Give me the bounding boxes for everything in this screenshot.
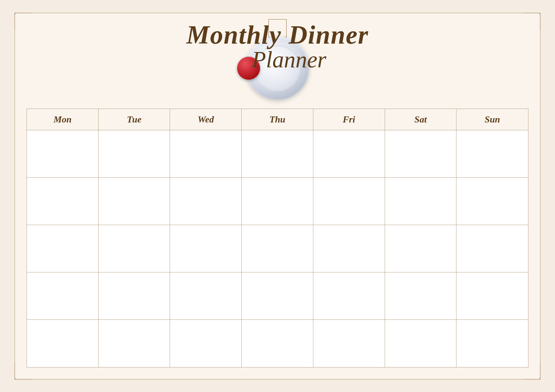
calendar-header: Mon Tue Wed Thu Fri Sat Sun: [27, 109, 528, 130]
calendar-cell[interactable]: [99, 130, 170, 178]
calendar-cell[interactable]: [313, 130, 385, 178]
calendar-cell[interactable]: [456, 272, 528, 320]
calendar-cell[interactable]: [456, 225, 528, 272]
calendar-cell[interactable]: [313, 178, 385, 225]
calendar-cell[interactable]: [27, 272, 99, 320]
calendar-cell[interactable]: [170, 130, 242, 178]
day-header-fri: Fri: [313, 109, 385, 130]
calendar-cell[interactable]: [27, 225, 99, 272]
calendar-cell[interactable]: [242, 225, 313, 272]
calendar-cell[interactable]: [385, 272, 457, 320]
calendar-cell[interactable]: [242, 320, 313, 367]
calendar-cell[interactable]: [242, 178, 313, 225]
title-sub: Planner: [210, 48, 369, 71]
day-header-wed: Wed: [170, 109, 242, 130]
calendar-cell[interactable]: [170, 225, 242, 272]
day-header-sat: Sat: [385, 109, 457, 130]
planner-page: Monthly Dinner Planner Mon Tue Wed Thu F…: [14, 13, 541, 380]
calendar-body: [27, 130, 528, 367]
calendar-cell[interactable]: [99, 272, 170, 320]
calendar-cell[interactable]: [385, 225, 457, 272]
calendar-cell[interactable]: [99, 320, 170, 367]
day-header-mon: Mon: [27, 109, 99, 130]
calendar-cell[interactable]: [313, 320, 385, 367]
day-header-thu: Thu: [242, 109, 313, 130]
calendar-cell[interactable]: [313, 225, 385, 272]
calendar-cell[interactable]: [170, 320, 242, 367]
calendar-cell[interactable]: [385, 130, 457, 178]
calendar-cell[interactable]: [385, 178, 457, 225]
calendar-cell[interactable]: [99, 178, 170, 225]
calendar-cell[interactable]: [99, 225, 170, 272]
header: Monthly Dinner Planner: [27, 19, 528, 100]
calendar-cell[interactable]: [170, 178, 242, 225]
calendar-cell[interactable]: [456, 320, 528, 367]
calendar-cell[interactable]: [27, 178, 99, 225]
day-header-sun: Sun: [456, 109, 528, 130]
calendar-cell[interactable]: [456, 178, 528, 225]
calendar-cell[interactable]: [242, 130, 313, 178]
calendar-cell[interactable]: [456, 130, 528, 178]
calendar: Mon Tue Wed Thu Fri Sat Sun: [27, 109, 528, 367]
title-main: Monthly Dinner: [186, 22, 369, 48]
calendar-cell[interactable]: [242, 272, 313, 320]
header-text: Monthly Dinner Planner: [186, 22, 369, 71]
day-header-tue: Tue: [99, 109, 170, 130]
calendar-cell[interactable]: [170, 272, 242, 320]
calendar-cell[interactable]: [27, 130, 99, 178]
calendar-cell[interactable]: [313, 272, 385, 320]
calendar-cell[interactable]: [385, 320, 457, 367]
calendar-cell[interactable]: [27, 320, 99, 367]
